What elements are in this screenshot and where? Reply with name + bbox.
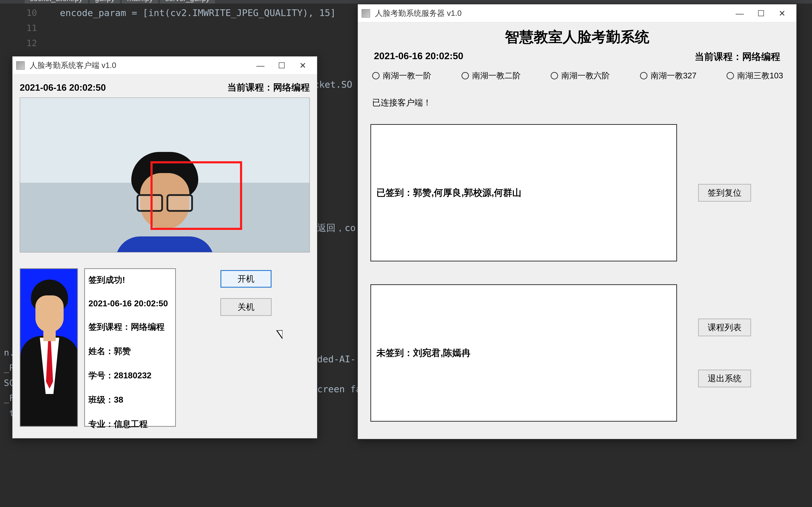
ide-code-line: encode_param = [int(cv2.IMWRITE_JPEG_QUA… (60, 5, 336, 20)
signed-in-text: 已签到：郭赞,何厚良,郭校源,何群山 (376, 186, 521, 199)
ide-tab[interactable]: main.py (122, 0, 158, 3)
checkin-info-panel: 签到成功! 2021-06-16 20:02:50 签到课程：网络编程 姓名：郭… (84, 268, 176, 427)
course-list-button[interactable]: 课程列表 (698, 319, 751, 336)
radio-label: 南湖一教二阶 (472, 70, 521, 81)
server-window: 人脸考勤系统服务器 v1.0 — ☐ ✕ 智慧教室人脸考勤系统 2021-06-… (358, 4, 797, 439)
ide-code-fragment: ded-AI- (317, 354, 356, 364)
minimize-button[interactable]: — (250, 58, 271, 72)
ide-line-gutter: 10 11 12 (25, 5, 37, 51)
info-major: 专业：信息工程 (89, 418, 172, 430)
info-class: 班级：38 (89, 394, 172, 405)
reset-checkin-button[interactable]: 签到复位 (698, 184, 751, 202)
info-success: 签到成功! (89, 274, 172, 286)
ide-tab[interactable]: gui.py (90, 0, 120, 3)
ide-code-fragment: creen fa (317, 384, 361, 394)
app-icon (16, 61, 25, 70)
line-number: 10 (25, 5, 37, 20)
server-datetime: 2021-06-16 20:02:50 (374, 50, 463, 63)
radio-label: 南湖一教一阶 (383, 70, 432, 81)
client-window: 人脸考勤系统客户端 v1.0 — ☐ ✕ 2021-06-16 20:02:50… (12, 56, 317, 438)
line-number: 12 (25, 36, 37, 51)
classroom-radio-group: 南湖一教一阶 南湖一教二阶 南湖一教六阶 南湖一教327 南湖三教103 (370, 68, 784, 83)
ide-tab[interactable]: socket_client.py (25, 0, 88, 3)
server-heading: 智慧教室人脸考勤系统 (370, 27, 784, 47)
radio-icon (726, 72, 734, 79)
maximize-button[interactable]: ☐ (750, 6, 771, 20)
close-button[interactable]: ✕ (771, 6, 793, 20)
ide-tab[interactable]: server_gui.py (160, 0, 215, 3)
signed-in-box: 已签到：郭赞,何厚良,郭校源,何群山 (370, 124, 677, 262)
not-signed-box: 未签到：刘宛君,陈嫣冉 (370, 284, 677, 421)
info-time: 2021-06-16 20:02:50 (89, 298, 172, 308)
radio-label: 南湖一教327 (651, 70, 697, 81)
client-titlebar[interactable]: 人脸考勤系统客户端 v1.0 — ☐ ✕ (13, 57, 317, 74)
info-student-id: 学号：28180232 (89, 370, 172, 381)
maximize-button[interactable]: ☐ (271, 58, 292, 72)
info-course: 签到课程：网络编程 (89, 321, 172, 333)
classroom-radio[interactable]: 南湖三教103 (726, 70, 783, 81)
classroom-radio[interactable]: 南湖一教327 (640, 70, 697, 81)
app-icon (362, 9, 370, 17)
classroom-radio[interactable]: 南湖一教二阶 (461, 70, 521, 81)
id-photo (20, 268, 78, 427)
face-bounding-box (150, 161, 242, 230)
ide-code-fragment: cket.SO (314, 79, 352, 90)
radio-icon (551, 72, 558, 79)
ide-tab-bar: socket_client.py gui.py main.py server_g… (0, 0, 812, 3)
server-titlebar[interactable]: 人脸考勤系统服务器 v1.0 — ☐ ✕ (358, 5, 796, 22)
classroom-radio[interactable]: 南湖一教六阶 (551, 70, 610, 81)
close-button[interactable]: ✕ (292, 58, 313, 72)
client-datetime: 2021-06-16 20:02:50 (20, 82, 106, 93)
camera-feed (20, 98, 310, 252)
connection-status: 已连接客户端！ (372, 97, 784, 108)
server-title-text: 人脸考勤系统服务器 v1.0 (375, 8, 461, 18)
radio-icon (640, 72, 647, 79)
start-button[interactable]: 开机 (220, 270, 271, 288)
radio-label: 南湖三教103 (737, 70, 783, 81)
radio-icon (372, 72, 379, 79)
ide-code-fragment: 返回，co (317, 222, 356, 234)
stop-button[interactable]: 关机 (220, 298, 271, 316)
line-number: 11 (25, 20, 37, 36)
exit-system-button[interactable]: 退出系统 (698, 370, 751, 387)
minimize-button[interactable]: — (729, 6, 750, 20)
server-course-label: 当前课程：网络编程 (695, 50, 780, 63)
not-signed-text: 未签到：刘宛君,陈嫣冉 (376, 347, 470, 359)
info-name: 姓名：郭赞 (89, 346, 172, 357)
radio-icon (461, 72, 469, 79)
classroom-radio[interactable]: 南湖一教一阶 (372, 70, 432, 81)
client-title-text: 人脸考勤系统客户端 v1.0 (30, 60, 116, 71)
client-course-label: 当前课程：网络编程 (227, 81, 310, 94)
radio-label: 南湖一教六阶 (561, 70, 610, 81)
